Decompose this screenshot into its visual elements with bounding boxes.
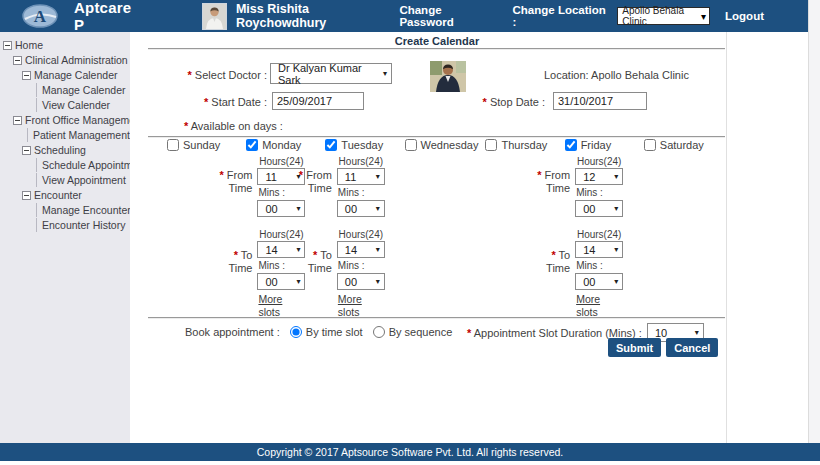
by-time-slot-radio[interactable] (290, 326, 302, 338)
sidebar-item-clinical-administration[interactable]: Clinical Administration (0, 53, 130, 67)
sidebar-item-view-calender[interactable]: View Calender (36, 98, 130, 112)
tuesday-from-min-select[interactable]: 00 ▾ (337, 200, 385, 217)
collapse-icon[interactable] (22, 146, 31, 155)
sidebar-item-manage-encounter[interactable]: Manage Encounter (36, 203, 130, 217)
dropdown-arrow-icon: ▾ (614, 245, 618, 254)
friday-to-min-select[interactable]: 00 ▾ (575, 273, 623, 290)
sidebar-item-view-appointment[interactable]: View Appointment (36, 173, 130, 187)
by-sequence-radio[interactable] (373, 326, 385, 338)
user-avatar (202, 3, 227, 30)
sidebar-item-manage-calender[interactable]: Manage Calender (36, 83, 130, 97)
from-time-label: * From Time (537, 169, 575, 217)
sidebar-item-schedule-appointment[interactable]: Schedule Appointment (36, 158, 130, 172)
collapse-icon[interactable] (13, 116, 22, 125)
mins-caption: Mins : (338, 187, 385, 199)
from-time-label: * From Time (219, 169, 257, 217)
start-date-input[interactable] (272, 92, 364, 110)
to-time-label: * To Time (299, 249, 337, 318)
sidebar-item-encounter-history[interactable]: Encounter History (36, 218, 130, 232)
location-select[interactable]: Apollo Behala Clinic ▾ (617, 7, 710, 25)
day-checkbox-monday[interactable]: Monday (239, 139, 318, 151)
cancel-button[interactable]: Cancel (666, 338, 718, 357)
copyright-text: Copyright © 2017 Aptsource Software Pvt.… (257, 446, 564, 458)
user-name: Miss Rishita Roychowdhury (236, 2, 399, 30)
tuesday-more-slots-link[interactable]: Moreslots (338, 293, 385, 318)
vertical-scrollbar[interactable] (808, 0, 820, 443)
saturday-checkbox[interactable] (644, 139, 656, 151)
time-slot-tuesday: * From Time Hours(24) 11 ▾ Mins : 00 ▾ (299, 156, 398, 318)
location-select-value: Apollo Behala Clinic (622, 5, 701, 27)
collapse-icon[interactable] (22, 71, 31, 80)
logout-link[interactable]: Logout (725, 10, 764, 22)
book-appointment-label: Book appointment : (185, 326, 280, 338)
day-checkbox-saturday[interactable]: Saturday (637, 139, 716, 151)
dropdown-arrow-icon: ▾ (376, 172, 380, 181)
dropdown-arrow-icon: ▾ (376, 277, 380, 286)
hours-caption: Hours(24) (575, 156, 623, 168)
hours-caption: Hours(24) (575, 229, 623, 241)
dropdown-arrow-icon: ▾ (614, 277, 618, 286)
sidebar-navigation: Home Clinical Administration Manage Cale… (0, 32, 130, 443)
collapse-icon[interactable] (22, 191, 31, 200)
day-checkbox-tuesday[interactable]: Tuesday (318, 139, 397, 151)
start-date-label: * Start Date : (148, 96, 267, 108)
app-header: A Aptcare P Miss Rishita Roychowdhury Ch… (0, 0, 808, 32)
day-checkbox-thursday[interactable]: Thursday (478, 139, 557, 151)
hours-caption: Hours(24) (337, 156, 385, 168)
friday-checkbox[interactable] (565, 139, 577, 151)
mins-caption: Mins : (576, 260, 623, 272)
select-doctor-label: * Select Doctor : (148, 69, 267, 81)
dropdown-arrow-icon: ▾ (376, 204, 380, 213)
available-days-label: * Available on days : (184, 120, 283, 132)
doctor-select-value: Dr Kalyan Kumar Sark (278, 62, 380, 86)
day-checkbox-sunday[interactable]: Sunday (160, 139, 239, 151)
dropdown-arrow-icon: ▾ (614, 172, 618, 181)
collapse-icon[interactable] (13, 56, 22, 65)
friday-from-min-select[interactable]: 00 ▾ (575, 200, 623, 217)
to-time-label: * To Time (537, 249, 575, 318)
day-checkbox-wednesday[interactable]: Wednesday (398, 139, 479, 151)
hours-caption: Hours(24) (337, 229, 385, 241)
time-slot-friday: * From Time Hours(24) 12 ▾ Mins : 00 ▾ (537, 156, 636, 318)
doctor-select[interactable]: Dr Kalyan Kumar Sark ▾ (270, 63, 392, 84)
sidebar-item-scheduling[interactable]: Scheduling (0, 143, 130, 157)
sidebar-item-encounter[interactable]: Encounter (0, 188, 130, 202)
dropdown-arrow-icon: ▾ (614, 204, 618, 213)
change-location-label: Change Location : (513, 4, 611, 28)
by-time-slot-option[interactable]: By time slot (290, 326, 363, 338)
day-checkbox-friday[interactable]: Friday (558, 139, 637, 151)
tuesday-checkbox[interactable] (325, 139, 337, 151)
friday-more-slots-link[interactable]: Moreslots (576, 293, 623, 318)
friday-from-hour-select[interactable]: 12 ▾ (575, 168, 623, 185)
app-logo-icon: A (22, 3, 59, 29)
main-content: Create Calendar * Select Doctor : Dr Kal… (130, 32, 808, 443)
days-checkbox-row: Sunday Monday Tuesday Wednesday Thursday… (160, 139, 716, 151)
sidebar-item-front-office-management[interactable]: Front Office Management (0, 113, 130, 127)
sidebar-item-manage-calender-group[interactable]: Manage Calender (0, 68, 130, 82)
slot-duration-label: * Appointment Slot Duration (Mins) : (467, 327, 642, 339)
sidebar-item-patient-management[interactable]: Patient Management (27, 128, 130, 142)
tuesday-to-min-select[interactable]: 00 ▾ (337, 273, 385, 290)
sidebar-item-home[interactable]: Home (0, 38, 130, 52)
tuesday-to-hour-select[interactable]: 14 ▾ (337, 241, 385, 258)
submit-button[interactable]: Submit (608, 338, 661, 357)
mins-caption: Mins : (576, 187, 623, 199)
thursday-checkbox[interactable] (485, 139, 497, 151)
by-sequence-option[interactable]: By sequence (373, 326, 453, 338)
to-time-label: * To Time (219, 249, 257, 318)
dropdown-arrow-icon: ▾ (376, 245, 380, 254)
stop-date-input[interactable] (553, 92, 647, 110)
change-password-link[interactable]: Change Password (399, 4, 496, 28)
svg-text:A: A (34, 7, 47, 26)
book-appointment-row: Book appointment : By time slot By seque… (185, 326, 452, 338)
friday-to-hour-select[interactable]: 14 ▾ (575, 241, 623, 258)
dropdown-arrow-icon: ▾ (701, 11, 706, 22)
app-footer: Copyright © 2017 Aptsource Software Pvt.… (0, 443, 820, 461)
mins-caption: Mins : (338, 260, 385, 272)
collapse-icon[interactable] (3, 41, 12, 50)
sunday-checkbox[interactable] (167, 139, 179, 151)
wednesday-checkbox[interactable] (405, 139, 417, 151)
monday-checkbox[interactable] (246, 139, 258, 151)
tuesday-from-hour-select[interactable]: 11 ▾ (337, 168, 385, 185)
page-title: Create Calendar (148, 35, 726, 47)
